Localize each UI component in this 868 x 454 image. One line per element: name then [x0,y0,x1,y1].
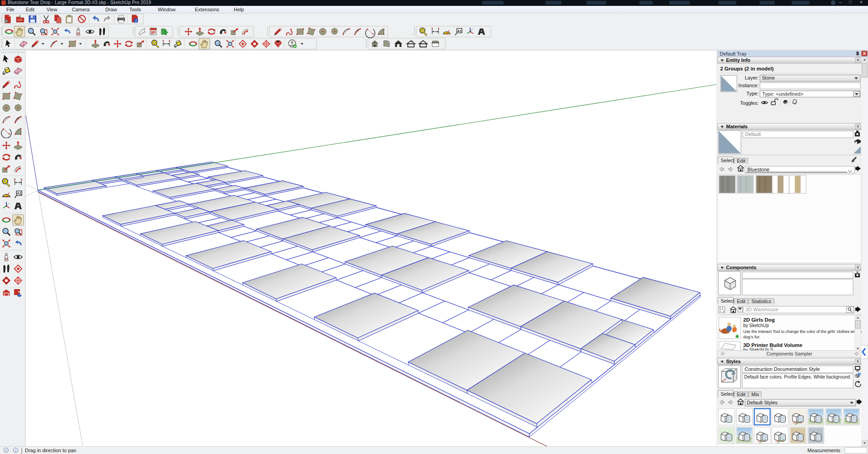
svg-text:dog’s fur.: dog’s fur. [743,335,760,339]
svg-text:3D Warehouse: 3D Warehouse [745,307,778,312]
svg-text:by SketchUp: by SketchUp [743,323,769,328]
svg-text:Materials: Materials [726,124,748,129]
svg-text:Bluestone: Bluestone [747,167,769,172]
svg-text:Components Sampler: Components Sampler [766,351,812,356]
svg-text:Default: Default [745,131,761,137]
svg-text:Select: Select [721,298,735,304]
svg-text:Select: Select [721,391,735,397]
svg-text:2D Girls Dog: 2D Girls Dog [743,317,775,323]
svg-text:Components: Components [726,265,756,270]
svg-text:Default face colors. Profile E: Default face colors. Profile Edges. Whit… [744,374,851,379]
svg-text:Stone: Stone [762,75,775,80]
svg-text:Construction Documentation Sty: Construction Documentation Style [745,366,820,372]
svg-text:2 Groups (2 in model): 2 Groups (2 in model) [720,66,774,71]
svg-text:Edit: Edit [737,392,745,397]
svg-text:Styles: Styles [726,359,741,364]
svg-text:Statistics: Statistics [751,299,772,304]
svg-text:Mix: Mix [751,392,760,397]
svg-text:Toggles:: Toggles: [740,100,759,106]
svg-text:Edit: Edit [737,299,745,304]
svg-text:Entity Info: Entity Info [726,57,750,63]
svg-text:Layer:: Layer: [745,75,759,80]
svg-text:A1: A1 [457,29,462,33]
svg-text:Instance:: Instance: [738,83,759,88]
svg-text:A1: A1 [17,192,22,196]
svg-text:Use the Interact Tool to chang: Use the Interact Tool to change the colo… [743,329,864,334]
svg-text:Type: <undefined>: Type: <undefined> [762,91,803,97]
svg-text:Default Styles: Default Styles [747,400,778,405]
svg-text:Select: Select [721,158,735,163]
svg-text:Default Tray: Default Tray [720,51,747,56]
svg-text:Edit: Edit [737,158,745,164]
svg-text:Type:: Type: [746,91,759,96]
